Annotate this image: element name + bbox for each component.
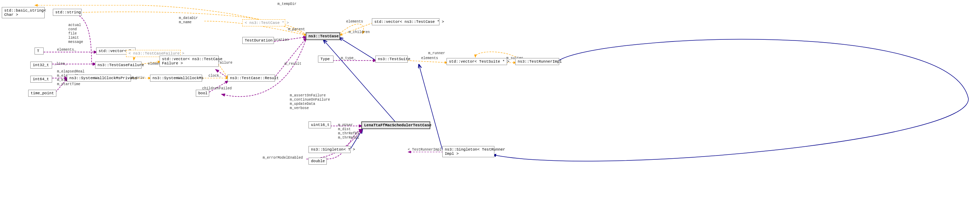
label-m-start-time: m_startTime [57,82,80,86]
label-cond: cond [68,27,77,31]
label-failure: failure [218,61,232,65]
label-m-result: m_result [285,62,301,66]
node-testrunnerimpl: ns3::TestRunnerImpl [515,58,559,65]
label-m-name: m_name [179,21,192,24]
node-ns3-testcase-ptr: < ns3::TestCase * > [242,19,285,26]
node-bool: bool [196,90,209,97]
node-ns3-testcase: ns3::TestCase [305,32,340,40]
node-system-wall-clock-private: ns3::SystemWallClockMsPrivate [67,75,131,82]
label-message: message [68,40,83,44]
node-int64t: int64_t [30,76,52,82]
label-limit: limit [68,36,79,40]
node-type: Type [318,56,334,63]
diagram-container: std::basic_string<Char > std::string T i… [0,0,980,203]
node-basic-string: std::basic_string<Char > [2,7,45,18]
node-uint16t: uint16_t [309,121,331,128]
node-system-wall-clock-ms: ns3::SystemWallClockMs [150,75,202,82]
label-m-parent: m_parent [288,27,305,31]
label-actual: actual [68,23,81,27]
label-clock: clock_ [208,74,221,78]
svg-line-6 [407,60,447,63]
svg-line-19 [324,40,396,122]
label-m-elapsed-real: m_elapsedReal [57,70,84,73]
node-lena-test-case: LenaTtaFfMacSchedulerTestCase [361,121,430,129]
node-double: double [309,158,327,165]
node-int32t: int32_t [30,62,52,68]
label-testrunnerimpl-label: < TestRunnerImpl > [408,148,446,152]
label-m-continue-on-failure: m_continueOnFailure [290,98,330,102]
label-m-type: _m_type_ [339,56,356,60]
node-test-duration: TestDuration [242,37,274,44]
node-testcase-failure: ns3::TestCaseFailure [95,62,142,68]
label-m-children: m_children [348,30,370,34]
label-m-thrrefdl: m_thrRefDl [338,132,359,135]
label-line: _line_ [54,62,67,66]
node-std-vector-testsuite-ptr: std::vector< TestSuite * > [447,58,507,65]
node-std-vector-testcase-ptr: std::vector< ns3::TestCase * > [372,18,439,25]
arrows-svg [0,0,980,203]
label-m-error-model: m_errorModelEnabled [263,156,303,160]
label-elements-3: elements [346,20,363,24]
label-file: file [68,32,77,35]
label-m-runner: m_runner [428,51,445,55]
svg-line-2 [274,38,306,78]
node-ns3-testsuite: ns3::TestSuite [375,56,408,63]
label-m-thrrefUl: m_thrRefUl [338,136,359,140]
svg-line-22 [419,65,443,152]
label-elements-4: elements [421,56,438,60]
label-elements-underscore: elements_ [57,48,76,52]
node-ns3-singleton-T: ns3::Singleton< T > [309,146,351,153]
label-m-update-data: m_updateData [290,102,315,106]
node-std-string: std::string [53,9,82,16]
label-m-dist: m_dist [338,127,351,131]
node-ns3-singleton-runner: ns3::Singleton< TestRunnerImpl > [442,146,495,157]
label-m-datadir: m_dataDir [179,16,198,20]
node-std-vector-failure: std::vector< ns3::TestCaseFailure > [159,56,219,67]
node-T: T [35,48,44,54]
label-m-assert-on-failure: m_assertOnFailure [290,94,326,97]
node-time-point: time_point [28,90,56,97]
label-m-nuser: m_nUser [338,123,353,127]
node-testcase-result: ns3::TestCase::Result [228,75,275,82]
label-m-tempdir: m_tempDir [277,2,296,6]
label-m-verbose: m_verbose [290,106,309,110]
